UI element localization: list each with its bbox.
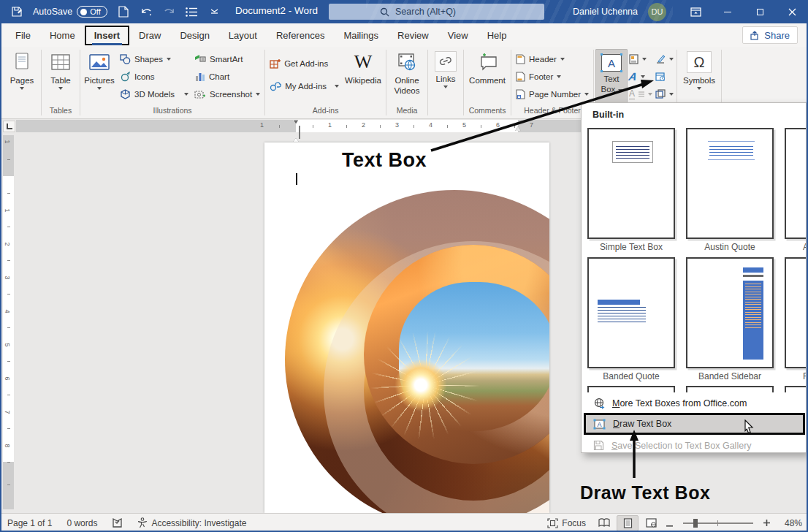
gallery-item-cut-right-1[interactable] xyxy=(785,128,807,239)
tab-home[interactable]: Home xyxy=(40,26,85,45)
autosave-state: Off xyxy=(90,7,100,16)
group-header-footer: Header Footer Page Number Header & Foote… xyxy=(513,47,592,118)
status-bar: Page 1 of 1 0 words Accessibility: Inves… xyxy=(0,513,808,532)
tab-references[interactable]: References xyxy=(267,26,334,45)
menu-item-draw-text-box[interactable]: A Draw Text Box xyxy=(584,414,804,434)
autosave-label: AutoSave xyxy=(33,7,72,17)
autosave-toggle[interactable]: AutoSave Off xyxy=(33,6,107,18)
hanging-indent-marker[interactable] xyxy=(293,126,300,132)
quick-parts-button[interactable] xyxy=(629,50,652,67)
object-icon xyxy=(655,89,666,99)
web-layout-button[interactable] xyxy=(640,515,662,531)
read-mode-button[interactable] xyxy=(593,515,615,531)
wordart-icon: A xyxy=(628,70,638,83)
new-document-icon[interactable] xyxy=(118,6,130,18)
tab-draw[interactable]: Draw xyxy=(129,26,170,45)
chart-icon xyxy=(194,72,205,82)
symbols-icon: Ω xyxy=(687,51,712,73)
tab-design[interactable]: Design xyxy=(170,26,218,45)
pictures-button[interactable]: Pictures xyxy=(82,49,117,90)
save-icon[interactable] xyxy=(10,6,23,18)
maximize-button[interactable] xyxy=(744,0,776,23)
smartart-icon xyxy=(194,54,206,64)
user-avatar[interactable]: DU xyxy=(648,3,666,21)
tab-review[interactable]: Review xyxy=(388,26,438,45)
gallery-item-austin-quote[interactable] xyxy=(686,128,774,239)
tab-mailings[interactable]: Mailings xyxy=(334,26,388,45)
focus-icon xyxy=(547,518,558,528)
signature-line-button[interactable] xyxy=(655,50,674,67)
zoom-percentage[interactable]: 48% xyxy=(774,518,802,528)
first-line-indent-marker[interactable] xyxy=(293,120,299,124)
search-input[interactable]: Search (Alt+Q) xyxy=(329,4,544,20)
gallery-item-banded-quote[interactable] xyxy=(587,257,675,368)
drop-cap-lines-icon xyxy=(639,91,644,98)
word-count[interactable]: 0 words xyxy=(59,514,104,532)
chart-button[interactable]: Chart xyxy=(194,68,260,85)
ruler-number: 5 xyxy=(4,343,11,346)
zoom-slider[interactable] xyxy=(683,522,753,524)
get-addins-button[interactable]: Get Add-ins xyxy=(270,55,339,72)
pages-icon xyxy=(14,51,30,73)
svg-text:A: A xyxy=(597,421,601,428)
quick-parts-icon xyxy=(629,54,639,64)
page-number-button[interactable]: Page Number xyxy=(516,86,589,102)
pages-button[interactable]: Pages xyxy=(4,49,39,90)
object-button[interactable] xyxy=(655,86,674,102)
header-button[interactable]: Header xyxy=(516,50,589,67)
online-videos-button[interactable]: OnlineVideos xyxy=(388,49,426,96)
tab-file[interactable]: File xyxy=(6,26,40,45)
share-button[interactable]: Share xyxy=(742,26,798,44)
ruler-number: 3 xyxy=(395,121,399,129)
tab-insert[interactable]: Insert xyxy=(85,26,129,45)
tab-stop-selector[interactable] xyxy=(3,121,15,132)
accessibility-status[interactable]: Accessibility: Investigate xyxy=(130,514,254,532)
gallery-item-partial[interactable] xyxy=(686,386,774,392)
date-time-button[interactable] xyxy=(655,68,674,85)
links-button[interactable]: Links xyxy=(430,49,462,88)
comment-button[interactable]: Comment xyxy=(465,49,509,86)
group-pages: Pages xyxy=(0,47,39,118)
tab-view[interactable]: View xyxy=(438,26,478,45)
zoom-out-button[interactable] xyxy=(663,517,676,529)
zoom-slider-handle[interactable] xyxy=(693,519,698,528)
status-bar-right: Focus 48% xyxy=(541,514,802,532)
autosave-state-pill[interactable]: Off xyxy=(77,6,107,18)
gallery-item-banded-sidebar[interactable] xyxy=(686,257,774,368)
focus-button[interactable]: Focus xyxy=(541,514,592,532)
tab-layout[interactable]: Layout xyxy=(219,26,267,45)
my-addins-button[interactable]: My Add-ins xyxy=(270,77,339,94)
undo-icon[interactable] xyxy=(140,6,153,18)
gallery-item-partial[interactable] xyxy=(785,386,807,392)
ribbon-display-options-icon[interactable] xyxy=(679,0,712,23)
symbols-button[interactable]: Ω Symbols xyxy=(679,49,720,90)
drop-cap-icon: A xyxy=(629,88,635,99)
print-layout-button[interactable] xyxy=(617,515,639,531)
smartart-button[interactable]: SmartArt xyxy=(194,50,260,67)
shapes-button[interactable]: Shapes xyxy=(120,50,188,67)
page-indicator[interactable]: Page 1 of 1 xyxy=(0,514,59,532)
right-indent-marker[interactable] xyxy=(515,126,521,131)
wikipedia-button[interactable]: W Wikipedia xyxy=(342,49,384,86)
ruler-number: 8 xyxy=(4,444,11,447)
gallery-item-cut-right-2[interactable] xyxy=(785,257,807,368)
document-page[interactable] xyxy=(264,142,549,513)
customize-toolbar-chevron-icon[interactable] xyxy=(208,6,221,18)
minimize-button[interactable] xyxy=(712,0,744,23)
gallery-item-simple-text-box[interactable] xyxy=(587,128,675,239)
bullet-list-icon[interactable] xyxy=(186,6,198,18)
proofing-status-icon[interactable] xyxy=(104,514,130,532)
group-media: OnlineVideos Media xyxy=(388,47,426,118)
vertical-ruler[interactable]: 1 1 2 3 4 5 6 7 8 xyxy=(3,135,14,509)
menu-item-more-text-boxes[interactable]: More Text Boxes from Office.com xyxy=(584,394,804,412)
icons-button[interactable]: Icons xyxy=(120,68,188,85)
zoom-in-button[interactable] xyxy=(761,518,773,528)
table-button[interactable]: Table xyxy=(43,49,78,90)
tab-help[interactable]: Help xyxy=(478,26,517,45)
screenshot-button[interactable]: Screenshot xyxy=(194,86,260,102)
footer-button[interactable]: Footer xyxy=(516,68,589,85)
wordart-button[interactable]: A xyxy=(629,68,652,85)
gallery-item-partial[interactable] xyxy=(587,386,675,392)
3d-models-button[interactable]: 3D Models xyxy=(120,86,188,102)
close-button[interactable] xyxy=(776,0,808,23)
